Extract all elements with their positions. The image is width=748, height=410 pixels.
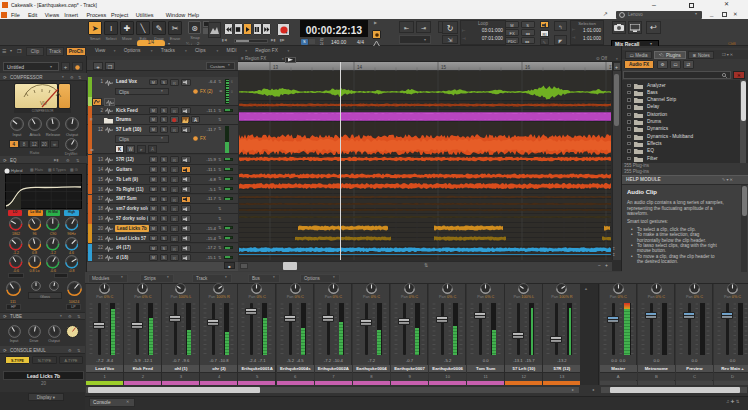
svg-text:15: 15 (441, 65, 447, 70)
svg-text:VU: VU (40, 100, 47, 106)
svg-text:13: 13 (273, 65, 279, 70)
svg-text:16: 16 (525, 65, 531, 70)
svg-text:14: 14 (357, 65, 363, 70)
